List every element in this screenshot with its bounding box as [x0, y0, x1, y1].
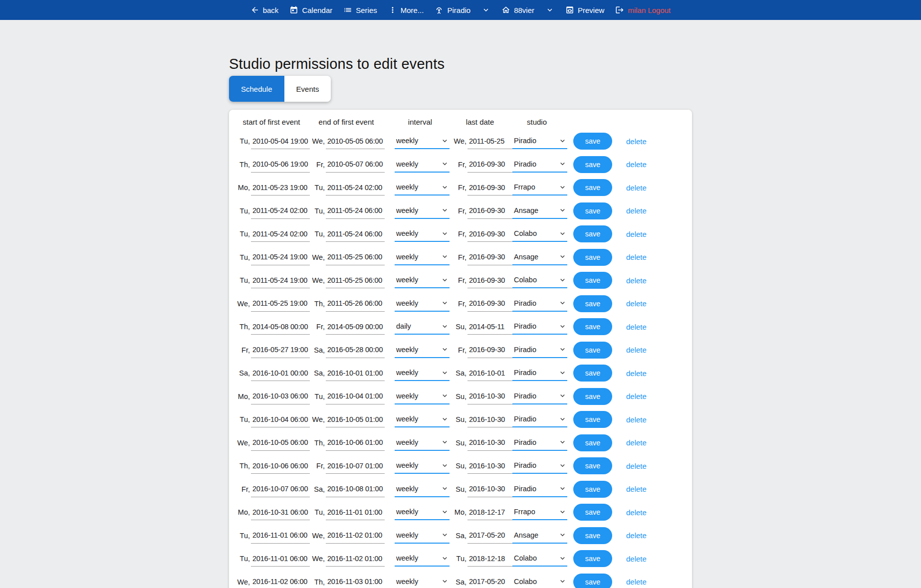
studio-select[interactable]: Piradio — [512, 319, 567, 335]
interval-select[interactable]: weekly — [395, 411, 450, 427]
last-date-input[interactable] — [467, 435, 512, 451]
end-datetime-input[interactable] — [326, 481, 385, 497]
start-datetime-input[interactable] — [251, 365, 310, 381]
last-date-input[interactable] — [467, 551, 512, 567]
studio-select[interactable]: Ansage — [512, 249, 567, 265]
delete-link[interactable]: delete — [626, 392, 647, 400]
end-datetime-input[interactable] — [326, 249, 385, 265]
nav-item-calendar[interactable]: Calendar — [289, 5, 332, 14]
end-datetime-input[interactable] — [326, 435, 385, 451]
interval-select[interactable]: weekly — [395, 551, 450, 567]
start-datetime-input[interactable] — [251, 319, 310, 335]
delete-link[interactable]: delete — [626, 160, 647, 169]
interval-select[interactable]: weekly — [395, 574, 450, 588]
delete-link[interactable]: delete — [626, 462, 647, 470]
delete-link[interactable]: delete — [626, 323, 647, 331]
save-button[interactable]: save — [573, 272, 612, 289]
start-datetime-input[interactable] — [251, 180, 310, 196]
end-datetime-input[interactable] — [326, 365, 385, 381]
interval-select[interactable]: weekly — [395, 504, 450, 520]
start-datetime-input[interactable] — [251, 481, 310, 497]
start-datetime-input[interactable] — [251, 504, 310, 520]
last-date-input[interactable] — [467, 342, 512, 358]
nav-item-88vier[interactable]: 88vier — [501, 5, 534, 14]
start-datetime-input[interactable] — [251, 458, 310, 474]
nav-item-piradio[interactable]: Piradio — [435, 5, 470, 14]
studio-select[interactable]: Piradio — [512, 296, 567, 312]
start-datetime-input[interactable] — [251, 435, 310, 451]
start-datetime-input[interactable] — [251, 411, 310, 427]
save-button[interactable]: save — [573, 550, 612, 567]
nav-item-more[interactable]: More... — [388, 5, 424, 14]
start-datetime-input[interactable] — [251, 551, 310, 567]
start-datetime-input[interactable] — [251, 574, 310, 588]
interval-select[interactable]: daily — [395, 319, 450, 335]
start-datetime-input[interactable] — [251, 389, 310, 404]
last-date-input[interactable] — [467, 504, 512, 520]
last-date-input[interactable] — [467, 458, 512, 474]
delete-link[interactable]: delete — [626, 485, 647, 493]
delete-link[interactable]: delete — [626, 578, 647, 586]
save-button[interactable]: save — [573, 527, 612, 544]
studio-select[interactable]: Piradio — [512, 365, 567, 381]
interval-select[interactable]: weekly — [395, 157, 450, 173]
start-datetime-input[interactable] — [251, 203, 310, 219]
studio-select[interactable]: Frrapo — [512, 180, 567, 196]
delete-link[interactable]: delete — [626, 346, 647, 354]
88vier-dropdown-chevron[interactable] — [545, 5, 554, 14]
save-button[interactable]: save — [573, 249, 612, 266]
last-date-input[interactable] — [467, 528, 512, 544]
end-datetime-input[interactable] — [326, 226, 385, 242]
end-datetime-input[interactable] — [326, 528, 385, 544]
end-datetime-input[interactable] — [326, 389, 385, 404]
back-button[interactable]: back — [250, 5, 279, 14]
interval-select[interactable]: weekly — [395, 296, 450, 312]
save-button[interactable]: save — [573, 434, 612, 451]
save-button[interactable]: save — [573, 318, 612, 335]
start-datetime-input[interactable] — [251, 226, 310, 242]
studio-select[interactable]: Piradio — [512, 133, 567, 149]
last-date-input[interactable] — [467, 272, 512, 288]
save-button[interactable]: save — [573, 202, 612, 219]
studio-select[interactable]: Piradio — [512, 157, 567, 173]
delete-link[interactable]: delete — [626, 276, 647, 285]
studio-select[interactable]: Frrapo — [512, 504, 567, 520]
end-datetime-input[interactable] — [326, 574, 385, 588]
end-datetime-input[interactable] — [326, 319, 385, 335]
end-datetime-input[interactable] — [326, 458, 385, 474]
save-button[interactable]: save — [573, 481, 612, 498]
end-datetime-input[interactable] — [326, 180, 385, 196]
last-date-input[interactable] — [467, 203, 512, 219]
save-button[interactable]: save — [573, 457, 612, 474]
studio-select[interactable]: Colabo — [512, 226, 567, 242]
interval-select[interactable]: weekly — [395, 226, 450, 242]
interval-select[interactable]: weekly — [395, 249, 450, 265]
interval-select[interactable]: weekly — [395, 133, 450, 149]
save-button[interactable]: save — [573, 365, 612, 382]
delete-link[interactable]: delete — [626, 438, 647, 447]
start-datetime-input[interactable] — [251, 272, 310, 288]
end-datetime-input[interactable] — [326, 157, 385, 173]
save-button[interactable]: save — [573, 156, 612, 173]
interval-select[interactable]: weekly — [395, 365, 450, 381]
nav-item-series[interactable]: Series — [343, 5, 377, 14]
last-date-input[interactable] — [467, 574, 512, 588]
nav-item-preview[interactable]: Preview — [565, 5, 604, 14]
last-date-input[interactable] — [467, 133, 512, 149]
delete-link[interactable]: delete — [626, 555, 647, 563]
interval-select[interactable]: weekly — [395, 528, 450, 544]
tab-events[interactable]: Events — [284, 76, 331, 102]
delete-link[interactable]: delete — [626, 206, 647, 215]
end-datetime-input[interactable] — [326, 296, 385, 312]
studio-select[interactable]: Ansage — [512, 203, 567, 219]
studio-select[interactable]: Colabo — [512, 574, 567, 588]
save-button[interactable]: save — [573, 133, 612, 150]
end-datetime-input[interactable] — [326, 272, 385, 288]
last-date-input[interactable] — [467, 157, 512, 173]
interval-select[interactable]: weekly — [395, 458, 450, 474]
studio-select[interactable]: Piradio — [512, 389, 567, 404]
end-datetime-input[interactable] — [326, 411, 385, 427]
save-button[interactable]: save — [573, 411, 612, 428]
interval-select[interactable]: weekly — [395, 481, 450, 497]
interval-select[interactable]: weekly — [395, 272, 450, 288]
